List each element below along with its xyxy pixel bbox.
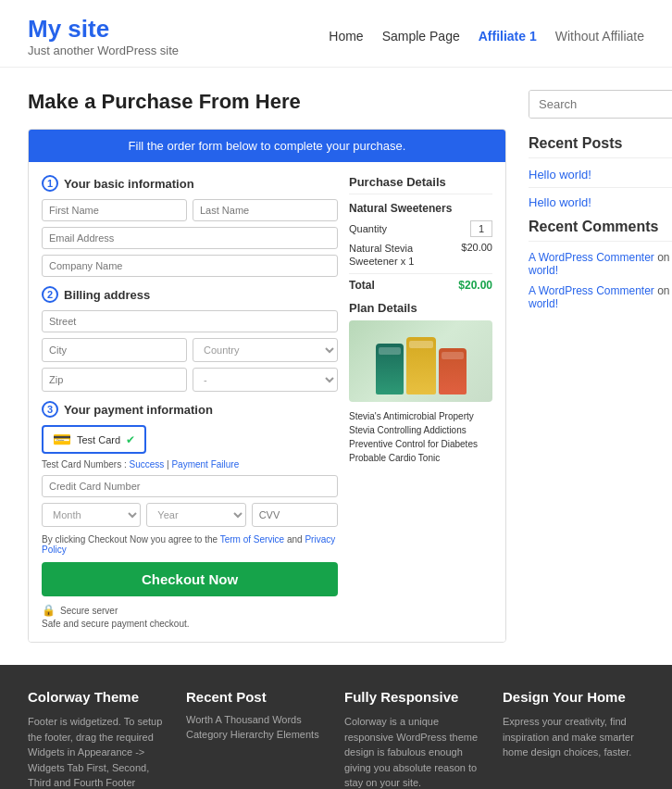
quantity-box: 1 [470,220,492,237]
form-right: Purchase Details Natural Sweeteners Quan… [349,175,492,629]
checkout-button[interactable]: Checkout Now [42,562,338,596]
footer-col2-title: Recent Post [186,689,328,705]
test-card-success-link[interactable]: Success [129,459,164,470]
name-row [42,199,338,221]
agree-text: By clicking Checkout Now you agree to th… [42,534,338,555]
footer-col4-text: Express your creativity, find inspiratio… [503,714,644,760]
email-row [42,227,338,249]
bullet-list: Stevia's Antimicrobial Property Stevia C… [349,409,492,465]
footer-col3: Fully Responsive Colorway is a unique re… [344,689,486,789]
agree-prefix: By clicking Checkout Now you agree to th… [42,534,220,545]
comment-entry-2: A WordPress Commenter on Hello world! [529,284,672,310]
section2-label: Billing address [64,288,150,302]
city-input[interactable] [42,338,187,362]
recent-posts-title: Recent Posts [529,135,672,158]
year-select[interactable]: Year [146,503,245,527]
comment-on-1: on [657,251,672,264]
commenter-1-link[interactable]: A WordPress Commenter [529,251,654,264]
purchase-details-title: Purchase Details [349,175,492,194]
test-card-failure-link[interactable]: Payment Failure [171,459,239,470]
header: My site Just another WordPress site Home… [0,0,672,68]
bullet-item: Stevia's Antimicrobial Property [349,409,492,423]
footer-col1-title: Colorway Theme [28,689,169,705]
search-box: 🔍 [529,90,672,119]
item-price: $20.00 [461,242,492,269]
main-nav: Home Sample Page Affiliate 1 Without Aff… [329,29,644,44]
tos-link[interactable]: Term of Service [220,534,284,545]
footer-col2-link1[interactable]: Worth A Thousand Words [186,714,328,725]
month-select[interactable]: Month [42,503,141,527]
company-row [42,255,338,277]
sidebar: 🔍 Recent Posts Hello world! Hello world!… [529,90,672,643]
company-input[interactable] [42,255,338,277]
total-label: Total [349,279,375,292]
form-left: 1 Your basic information [42,175,338,629]
footer-col2-link2[interactable]: Category Hierarchy Elements [186,729,328,740]
footer-col2: Recent Post Worth A Thousand Words Categ… [186,689,328,789]
street-row [42,310,338,332]
first-name-input[interactable] [42,199,187,221]
zip-select[interactable]: - [193,368,338,392]
nav-sample-page[interactable]: Sample Page [382,29,460,44]
section2-num: 2 [42,286,58,303]
content-area: Make a Purchase From Here Fill the order… [28,90,506,643]
main-container: Make a Purchase From Here Fill the order… [0,68,672,665]
recent-comments-section: Recent Comments A WordPress Commenter on… [529,219,672,310]
city-country-row: Country [42,338,338,362]
footer-col4-title: Design Your Home [503,689,644,705]
bullet-item: Stevia Controlling Addictions [349,423,492,437]
page-title: Make a Purchase From Here [28,90,506,114]
card-label: Test Card [77,434,120,445]
purchase-box-header: Fill the order form below to complete yo… [29,130,505,162]
email-input[interactable] [42,227,338,249]
check-icon: ✔ [126,433,135,446]
divider [529,187,672,188]
cvv-row: 🪪 [252,503,338,527]
test-card-info: Test Card Numbers : Success | Payment Fa… [42,459,338,470]
agree-mid: and [284,534,305,545]
last-name-input[interactable] [193,199,338,221]
commenter-2-link[interactable]: A WordPress Commenter [529,284,654,297]
product-name: Natural Sweeteners [349,202,492,215]
total-row: Total $20.00 [349,273,492,292]
section1-num: 1 [42,175,58,192]
site-title: My site [28,15,179,44]
recent-post-link-1[interactable]: Hello world! [529,168,672,182]
country-select[interactable]: Country [193,338,338,362]
comment-entry-1: A WordPress Commenter on Hello world! [529,251,672,277]
section3-num: 3 [42,401,58,418]
nav-affiliate1[interactable]: Affiliate 1 [479,29,537,44]
recent-posts-section: Recent Posts Hello world! Hello world! [529,135,672,209]
form-body: 1 Your basic information [29,162,505,642]
section1-title: 1 Your basic information [42,175,338,192]
cvv-input[interactable] [253,505,338,525]
site-tagline: Just another WordPress site [28,44,179,57]
cc-details-row: Month Year 🪪 [42,503,338,527]
footer-col1-text: Footer is widgetized. To setup the foote… [28,714,169,789]
bullet-item: Probable Cardio Tonic [349,451,492,465]
comment-on-2: on [657,284,672,297]
card-selector[interactable]: 💳 Test Card ✔ [42,425,146,454]
site-branding: My site Just another WordPress site [28,15,179,57]
nav-without-affiliate[interactable]: Without Affiliate [555,29,644,44]
cc-number-input[interactable] [42,475,338,497]
footer-col1: Colorway Theme Footer is widgetized. To … [28,689,169,789]
search-input[interactable] [529,91,672,118]
safe-label: Safe and secure payment checkout. [42,619,338,629]
zip-row: - [42,368,338,392]
quantity-row: Quantity 1 [349,220,492,237]
product-image [349,320,492,402]
plan-details-title: Plan Details [349,301,492,315]
credit-card-icon: 💳 [53,431,71,448]
footer-main: Colorway Theme Footer is widgetized. To … [0,665,672,789]
secure-label: Secure server [60,606,118,616]
footer-col4: Design Your Home Express your creativity… [503,689,644,789]
section3-title: 3 Your payment information [42,401,338,418]
item-row: Natural Stevia Sweetener x 1 $20.00 [349,242,492,269]
purchase-box: Fill the order form below to complete yo… [28,129,506,643]
footer-col3-text: Colorway is a unique responsive WordPres… [344,714,486,789]
nav-home[interactable]: Home [329,29,363,44]
zip-input[interactable] [42,368,187,392]
recent-post-link-2[interactable]: Hello world! [529,195,672,209]
street-input[interactable] [42,310,338,332]
